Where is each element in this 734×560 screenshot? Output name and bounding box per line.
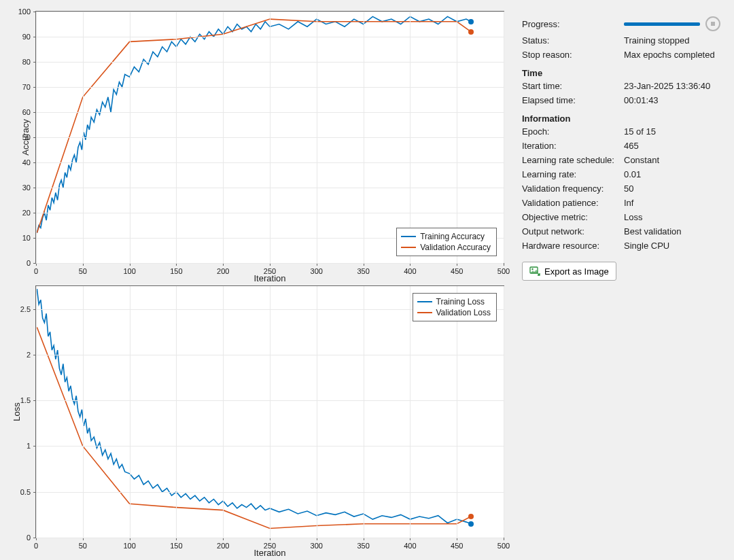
charts-region: 0501001502002503003504004505000102030405… (0, 0, 517, 560)
series-line (37, 16, 470, 232)
val-pat-label: Validation patience: (522, 198, 624, 208)
y-tick: 60 (22, 108, 31, 116)
x-tick: 150 (170, 542, 182, 550)
x-tick: 100 (123, 542, 135, 550)
legend-swatch (417, 301, 432, 302)
hw-label: Hardware resource: (522, 241, 624, 251)
progress-label: Progress: (522, 19, 624, 29)
loss-plot: 05010015020025030035040045050000.511.522… (35, 285, 504, 538)
x-tick: 100 (123, 267, 135, 275)
y-tick: 10 (22, 234, 31, 242)
lr-sched-label: Learning rate schedule: (522, 155, 624, 165)
information-header: Information (522, 113, 720, 124)
y-tick: 30 (22, 183, 31, 192)
elapsed-time-label: Elapsed time: (522, 95, 624, 105)
outnet-label: Output network: (522, 226, 624, 237)
y-tick: 0 (27, 533, 31, 542)
start-time-value: 23-Jan-2025 13:36:40 (624, 81, 720, 91)
x-tick: 500 (497, 542, 510, 550)
x-tick: 450 (451, 542, 463, 550)
y-tick: 90 (22, 33, 31, 41)
stop-reason-label: Stop reason: (522, 50, 624, 60)
series-line (37, 328, 470, 529)
iteration-label: Iteration: (522, 141, 624, 151)
objective-value: Loss (624, 212, 720, 222)
accuracy-plot: 0501001502002503003504004505000102030405… (35, 11, 504, 264)
x-tick: 400 (404, 542, 416, 550)
chart-legend: Training AccuracyValidation Accuracy (396, 228, 497, 256)
lr-sched-value: Constant (624, 155, 720, 165)
legend-swatch (401, 236, 416, 237)
x-tick: 200 (217, 267, 229, 275)
export-as-image-button[interactable]: Export as Image (522, 262, 616, 281)
start-time-label: Start time: (522, 81, 624, 91)
x-tick: 150 (170, 267, 182, 275)
x-tick: 300 (311, 267, 323, 275)
x-tick: 200 (217, 542, 229, 550)
x-tick: 300 (311, 542, 323, 550)
x-tick: 500 (497, 267, 510, 275)
y-tick: 2.5 (20, 305, 31, 313)
x-tick: 400 (404, 267, 416, 275)
export-button-label: Export as Image (544, 266, 609, 277)
x-axis-label: Iteration (254, 548, 286, 558)
x-tick: 50 (79, 542, 87, 550)
status-value: Training stopped (624, 35, 720, 46)
elapsed-time-value: 00:01:43 (624, 95, 720, 105)
series-end-marker (468, 19, 474, 24)
series-end-marker (468, 29, 474, 35)
y-axis-label: Loss (12, 402, 22, 421)
y-tick: 1 (27, 442, 31, 450)
legend-swatch (401, 247, 416, 248)
legend-swatch (417, 312, 432, 313)
progress-bar (624, 22, 700, 26)
y-axis-label: Accuracy (20, 119, 31, 155)
time-header: Time (522, 68, 720, 78)
info-panel: Progress: Status:Training stopped Stop r… (517, 0, 734, 560)
x-axis-label: Iteration (254, 273, 286, 283)
series-line (37, 19, 470, 233)
status-label: Status: (522, 35, 624, 46)
y-tick: 2 (27, 351, 31, 359)
x-tick: 0 (34, 542, 38, 550)
stop-training-button[interactable] (705, 16, 720, 31)
x-tick: 50 (79, 267, 87, 275)
y-tick: 0.5 (20, 488, 31, 496)
x-tick: 350 (357, 542, 369, 550)
outnet-value: Best validation (624, 226, 720, 237)
x-tick: 0 (34, 267, 38, 275)
series-end-marker (468, 514, 474, 519)
val-freq-value: 50 (624, 183, 720, 194)
epoch-value: 15 of 15 (624, 126, 720, 137)
series-line (37, 289, 470, 524)
x-tick: 350 (357, 267, 369, 275)
val-freq-label: Validation frequency: (522, 183, 624, 194)
export-image-icon (529, 266, 540, 277)
x-tick: 450 (451, 267, 463, 275)
val-pat-value: Inf (624, 198, 720, 208)
svg-point-1 (531, 268, 533, 270)
y-tick: 100 (18, 7, 31, 16)
lr-value: 0.01 (624, 169, 720, 179)
lr-label: Learning rate: (522, 169, 624, 179)
series-end-marker (468, 521, 474, 527)
y-tick: 80 (22, 58, 31, 66)
iteration-value: 465 (624, 141, 720, 151)
y-tick: 70 (22, 83, 31, 91)
epoch-label: Epoch: (522, 126, 624, 137)
y-tick: 20 (22, 209, 31, 217)
legend-label: Validation Accuracy (420, 242, 491, 253)
y-tick: 40 (22, 158, 31, 167)
legend-label: Training Accuracy (420, 231, 485, 242)
y-tick: 0 (27, 259, 31, 267)
objective-label: Objective metric: (522, 212, 624, 222)
stop-reason-value: Max epochs completed (624, 50, 720, 60)
legend-label: Validation Loss (436, 307, 491, 318)
stop-icon (711, 22, 715, 26)
hw-value: Single CPU (624, 241, 720, 251)
legend-label: Training Loss (436, 296, 485, 307)
chart-legend: Training LossValidation Loss (413, 293, 497, 321)
